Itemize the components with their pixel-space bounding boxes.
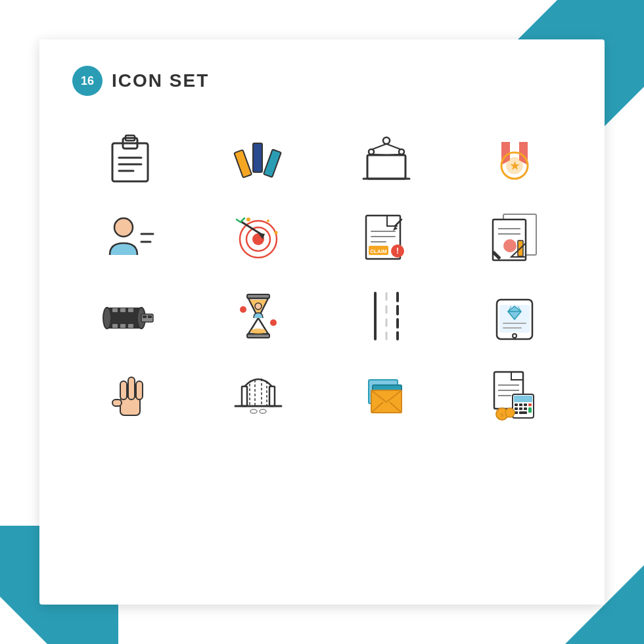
svg-line-14 — [373, 144, 386, 149]
icon-bridge — [200, 365, 315, 425]
svg-point-68 — [250, 329, 266, 334]
svg-rect-60 — [112, 324, 118, 328]
header: 16 ICON SET — [72, 66, 572, 96]
icon-hand-gesture — [72, 365, 187, 425]
svg-point-35 — [274, 231, 277, 235]
svg-rect-63 — [141, 314, 153, 322]
icon-medal: ★ — [457, 129, 572, 188]
svg-rect-85 — [112, 400, 122, 406]
svg-point-50 — [503, 239, 517, 252]
svg-point-96 — [250, 409, 257, 413]
icon-target — [200, 208, 315, 267]
icon-laptop-network — [329, 129, 444, 188]
icon-claim-document: CLAIM ! — [329, 208, 444, 267]
svg-rect-65 — [148, 315, 152, 318]
svg-point-77 — [513, 334, 517, 338]
svg-rect-57 — [112, 308, 118, 312]
svg-rect-112 — [528, 403, 532, 406]
svg-rect-114 — [519, 407, 522, 410]
svg-rect-90 — [242, 386, 247, 406]
icon-email-stack — [329, 365, 444, 425]
svg-line-17 — [387, 154, 400, 155]
svg-rect-88 — [136, 381, 143, 400]
svg-rect-64 — [143, 315, 147, 318]
svg-rect-110 — [519, 403, 522, 406]
svg-rect-87 — [128, 377, 135, 400]
svg-line-32 — [237, 219, 241, 222]
icon-grid: ★ — [72, 129, 572, 425]
icon-design-document — [457, 208, 572, 267]
svg-rect-58 — [120, 308, 126, 312]
svg-rect-7 — [253, 143, 262, 172]
icon-film-roll — [72, 287, 187, 346]
icon-color-swatches — [200, 129, 315, 188]
icon-finance: $ — [457, 365, 572, 425]
svg-rect-113 — [515, 407, 518, 410]
svg-point-55 — [103, 308, 111, 329]
svg-point-12 — [369, 149, 374, 154]
svg-rect-108 — [514, 396, 532, 402]
svg-line-16 — [373, 154, 386, 155]
svg-rect-9 — [367, 155, 405, 179]
svg-text:CLAIM: CLAIM — [370, 248, 387, 254]
icon-road — [329, 287, 444, 346]
badge-number: 16 — [72, 66, 103, 96]
svg-point-70 — [270, 319, 277, 326]
svg-rect-118 — [519, 411, 527, 414]
svg-rect-59 — [128, 308, 133, 312]
svg-point-33 — [246, 218, 250, 221]
svg-line-15 — [386, 144, 400, 149]
svg-rect-86 — [120, 381, 127, 400]
svg-point-71 — [255, 303, 262, 310]
svg-marker-43 — [393, 226, 398, 231]
svg-rect-111 — [524, 403, 527, 406]
icon-user-profile — [72, 208, 187, 267]
svg-point-120 — [505, 408, 515, 417]
svg-point-69 — [240, 306, 246, 313]
svg-rect-115 — [524, 407, 527, 410]
svg-rect-91 — [269, 386, 275, 406]
svg-rect-116 — [528, 407, 532, 413]
svg-point-13 — [399, 149, 404, 154]
page-title: ICON SET — [112, 70, 209, 91]
svg-rect-8 — [264, 149, 281, 177]
svg-rect-109 — [515, 403, 518, 406]
svg-rect-62 — [128, 324, 133, 328]
icon-clipboard — [72, 129, 187, 188]
svg-point-34 — [267, 219, 269, 222]
svg-point-11 — [383, 137, 390, 144]
svg-text:★: ★ — [510, 160, 520, 172]
svg-rect-61 — [120, 324, 126, 328]
svg-text:!: ! — [396, 246, 399, 256]
svg-rect-6 — [234, 150, 252, 177]
svg-text:$: $ — [500, 412, 503, 418]
icon-mobile-diamond — [457, 287, 572, 346]
svg-point-23 — [114, 218, 133, 237]
svg-point-97 — [260, 409, 266, 413]
icon-hourglass — [200, 287, 315, 346]
main-card: 16 ICON SET — [39, 39, 605, 605]
